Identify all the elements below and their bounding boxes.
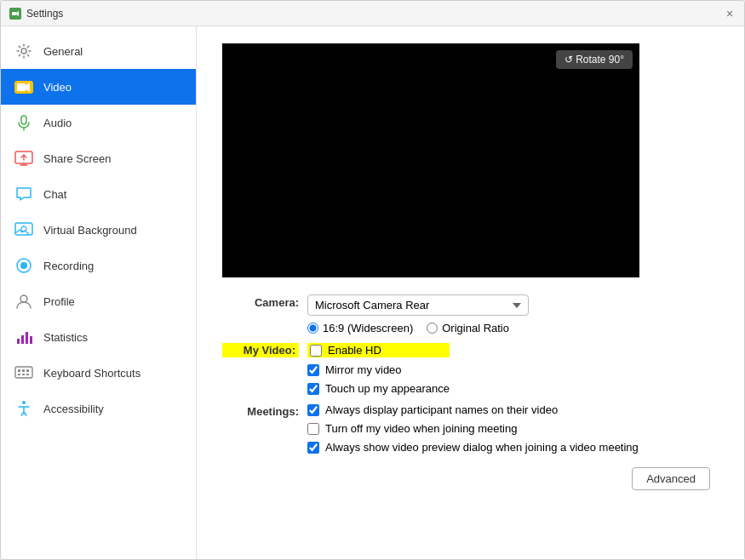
ratio-169-label: 16:9 (Widescreen) [323, 322, 413, 334]
sidebar-item-accessibility[interactable]: Accessibility [1, 391, 196, 426]
my-video-label: My Video: [222, 343, 299, 357]
ratio-original-label: Original Ratio [442, 322, 509, 334]
sidebar-label-profile: Profile [43, 295, 75, 308]
sidebar-label-accessibility: Accessibility [43, 403, 104, 415]
svg-rect-21 [18, 374, 20, 375]
svg-rect-8 [15, 223, 32, 235]
title-bar-left: Settings [9, 8, 63, 20]
svg-point-12 [20, 295, 27, 302]
meetings-content: Always display participant names on thei… [307, 403, 639, 454]
ratio-169-option[interactable]: 16:9 (Widescreen) [307, 322, 413, 334]
meetings-row: Meetings: Always display participant nam… [222, 403, 719, 454]
mirror-video-row[interactable]: Mirror my video [307, 363, 450, 376]
advanced-button[interactable]: Advanced [632, 467, 710, 490]
svg-rect-16 [30, 336, 32, 344]
advanced-btn-row: Advanced [222, 467, 719, 490]
sidebar-item-recording[interactable]: Recording [1, 248, 196, 283]
always-display-names-checkbox[interactable] [307, 404, 319, 416]
camera-select[interactable]: Microsoft Camera Rear [307, 294, 529, 316]
svg-rect-22 [22, 374, 25, 375]
touch-up-label: Touch up my appearance [325, 382, 450, 395]
video-preview: ↺ Rotate 90° [222, 43, 639, 277]
always-show-preview-row[interactable]: Always show video preview dialog when jo… [307, 441, 639, 454]
title-bar: Settings × [1, 1, 744, 26]
svg-point-2 [21, 49, 26, 54]
chat-icon [14, 185, 33, 203]
mirror-video-checkbox[interactable] [307, 364, 319, 376]
camera-label: Camera: [222, 294, 299, 309]
sidebar-item-general[interactable]: General [1, 33, 196, 69]
sidebar-label-chat: Chat [43, 188, 66, 201]
svg-rect-23 [26, 374, 29, 375]
sidebar-item-profile[interactable]: Profile [1, 283, 196, 319]
turn-off-video-checkbox[interactable] [307, 423, 319, 435]
main-layout: General Video [1, 26, 744, 559]
camera-content: Microsoft Camera Rear 16:9 (Widescreen) … [307, 294, 529, 334]
sidebar-label-recording: Recording [43, 260, 94, 272]
my-video-content: Enable HD Mirror my video Touch up my ap… [307, 343, 450, 395]
accessibility-icon [14, 399, 33, 418]
svg-rect-20 [26, 369, 29, 372]
always-display-names-row[interactable]: Always display participant names on thei… [307, 403, 639, 416]
camera-row: Camera: Microsoft Camera Rear 16:9 (Wide… [222, 294, 719, 334]
sidebar-item-share-screen[interactable]: Share Screen [1, 140, 196, 176]
ratio-original-option[interactable]: Original Ratio [427, 322, 509, 334]
mirror-video-label: Mirror my video [325, 363, 402, 376]
always-show-preview-label: Always show video preview dialog when jo… [325, 441, 639, 454]
always-display-names-label: Always display participant names on thei… [325, 403, 558, 416]
settings-window: Settings × General [0, 0, 745, 560]
svg-point-24 [22, 401, 26, 404]
profile-icon [14, 292, 33, 311]
enable-hd-label: Enable HD [328, 344, 381, 357]
sidebar-label-share-screen: Share Screen [43, 152, 112, 165]
sidebar-item-virtual-background[interactable]: Virtual Background [1, 212, 196, 248]
audio-icon [14, 113, 33, 132]
settings-panel: ↺ Rotate 90° Camera: Microsoft Camera Re… [197, 26, 744, 559]
sidebar-item-chat[interactable]: Chat [1, 176, 196, 212]
sidebar-label-virtual-bg: Virtual Background [43, 224, 137, 237]
svg-rect-5 [21, 116, 26, 124]
svg-rect-19 [22, 369, 25, 372]
share-screen-icon [14, 149, 33, 168]
meetings-label: Meetings: [222, 403, 299, 418]
svg-marker-1 [16, 11, 19, 16]
video-icon [14, 77, 33, 96]
my-video-row: My Video: Enable HD Mirror my video T [222, 343, 719, 395]
turn-off-video-row[interactable]: Turn off my video when joining meeting [307, 422, 639, 435]
touch-up-row[interactable]: Touch up my appearance [307, 382, 450, 395]
rotate-button[interactable]: ↺ Rotate 90° [556, 50, 633, 69]
sidebar-item-audio[interactable]: Audio [1, 105, 196, 140]
svg-point-11 [20, 262, 27, 269]
svg-rect-17 [15, 367, 32, 378]
svg-marker-4 [26, 83, 30, 92]
sidebar-item-video[interactable]: Video [1, 69, 196, 105]
window-title: Settings [26, 8, 63, 20]
aspect-ratio-group: 16:9 (Widescreen) Original Ratio [307, 322, 529, 334]
app-icon [9, 8, 21, 20]
sidebar-label-statistics: Statistics [43, 331, 88, 344]
turn-off-video-label: Turn off my video when joining meeting [325, 422, 517, 435]
sidebar-label-keyboard-shortcuts: Keyboard Shortcuts [43, 367, 140, 380]
virtual-bg-icon [14, 220, 33, 239]
sidebar-label-audio: Audio [43, 117, 72, 129]
recording-icon [14, 256, 33, 275]
svg-rect-3 [17, 83, 26, 91]
sidebar-label-video: Video [43, 81, 72, 94]
enable-hd-checkbox[interactable] [310, 345, 322, 357]
svg-rect-18 [18, 369, 20, 372]
always-show-preview-checkbox[interactable] [307, 442, 319, 454]
ratio-169-radio[interactable] [307, 323, 318, 334]
svg-rect-0 [12, 12, 16, 15]
svg-rect-13 [17, 339, 20, 344]
svg-rect-15 [26, 332, 28, 344]
settings-rows: Camera: Microsoft Camera Rear 16:9 (Wide… [222, 294, 719, 454]
enable-hd-row[interactable]: Enable HD [307, 343, 450, 357]
ratio-original-radio[interactable] [427, 323, 438, 334]
statistics-icon [14, 328, 33, 346]
close-button[interactable]: × [724, 8, 736, 20]
sidebar-item-keyboard-shortcuts[interactable]: Keyboard Shortcuts [1, 355, 196, 391]
sidebar-item-statistics[interactable]: Statistics [1, 319, 196, 355]
sidebar-label-general: General [43, 45, 83, 58]
gear-icon [14, 42, 33, 60]
touch-up-checkbox[interactable] [307, 383, 319, 395]
